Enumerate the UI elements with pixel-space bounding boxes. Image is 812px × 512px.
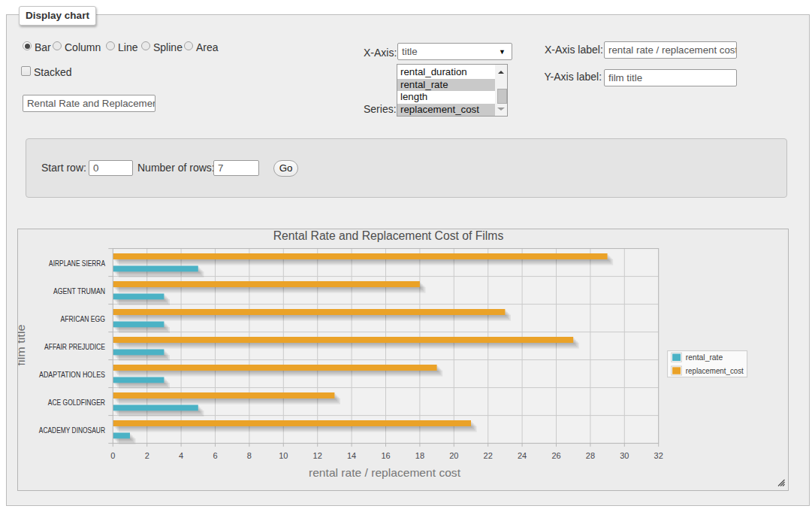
svg-text:0: 0	[110, 451, 115, 460]
svg-text:24: 24	[518, 451, 527, 460]
svg-text:4: 4	[179, 451, 183, 460]
svg-text:20: 20	[449, 451, 458, 460]
svg-text:Rental Rate and Replacement Co: Rental Rate and Replacement Cost of Film…	[273, 229, 504, 242]
svg-text:10: 10	[279, 451, 288, 460]
svg-text:32: 32	[654, 451, 663, 460]
svg-text:30: 30	[620, 451, 629, 460]
svg-text:AFFAIR PREJUDICE: AFFAIR PREJUDICE	[44, 343, 105, 351]
svg-text:AFRICAN EGG: AFRICAN EGG	[61, 315, 106, 323]
svg-text:26: 26	[551, 451, 560, 460]
svg-text:ACADEMY DINOSAUR: ACADEMY DINOSAUR	[39, 426, 105, 435]
svg-text:12: 12	[313, 451, 322, 460]
svg-text:AGENT TRUMAN: AGENT TRUMAN	[53, 287, 105, 295]
svg-text:8: 8	[247, 451, 252, 460]
svg-text:2: 2	[145, 451, 149, 460]
svg-text:film title: film title	[18, 325, 27, 366]
svg-text:22: 22	[484, 451, 493, 460]
svg-text:16: 16	[381, 451, 390, 460]
svg-text:18: 18	[415, 451, 424, 460]
svg-text:ADAPTATION HOLES: ADAPTATION HOLES	[39, 371, 105, 379]
svg-text:rental_rate: rental_rate	[686, 353, 723, 362]
svg-text:replacement_cost: replacement_cost	[686, 366, 744, 375]
svg-text:14: 14	[347, 451, 356, 460]
svg-text:rental rate / replacement cost: rental rate / replacement cost	[309, 466, 461, 479]
svg-text:6: 6	[213, 451, 217, 460]
svg-text:28: 28	[586, 451, 595, 460]
svg-text:AIRPLANE SIERRA: AIRPLANE SIERRA	[49, 259, 105, 268]
svg-text:ACE GOLDFINGER: ACE GOLDFINGER	[48, 398, 105, 407]
